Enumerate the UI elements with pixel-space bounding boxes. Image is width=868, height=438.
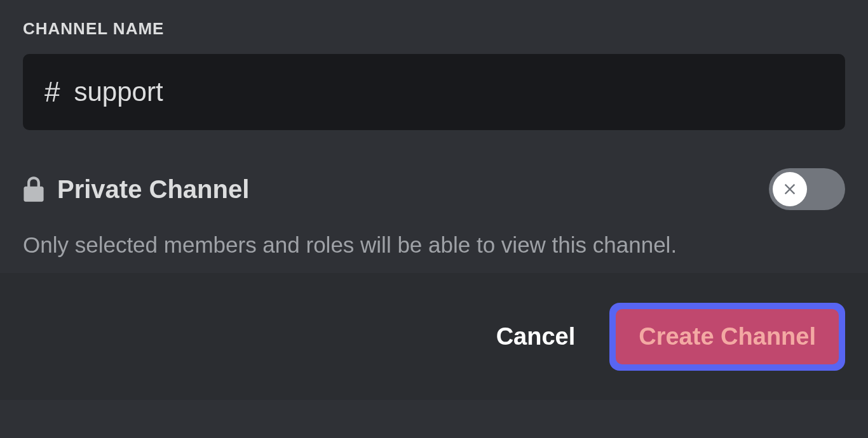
modal-body: CHANNEL NAME # Private Channel Only sele…: [0, 0, 868, 273]
channel-name-input-wrap[interactable]: #: [23, 54, 845, 130]
close-icon: [781, 180, 799, 198]
private-channel-label: Private Channel: [57, 175, 249, 204]
private-channel-toggle[interactable]: [769, 168, 845, 210]
private-channel-row: Private Channel: [23, 168, 845, 210]
create-channel-button[interactable]: Create Channel: [616, 309, 839, 364]
create-button-highlight: Create Channel: [609, 303, 845, 371]
modal-footer: Cancel Create Channel: [0, 273, 868, 400]
private-channel-left: Private Channel: [23, 175, 249, 204]
toggle-knob: [773, 172, 807, 206]
channel-name-label: CHANNEL NAME: [23, 19, 845, 39]
cancel-button[interactable]: Cancel: [481, 312, 591, 362]
channel-name-input[interactable]: [74, 77, 824, 107]
private-channel-description: Only selected members and roles will be …: [23, 229, 845, 260]
hash-icon: #: [44, 78, 60, 106]
lock-icon: [23, 176, 44, 202]
